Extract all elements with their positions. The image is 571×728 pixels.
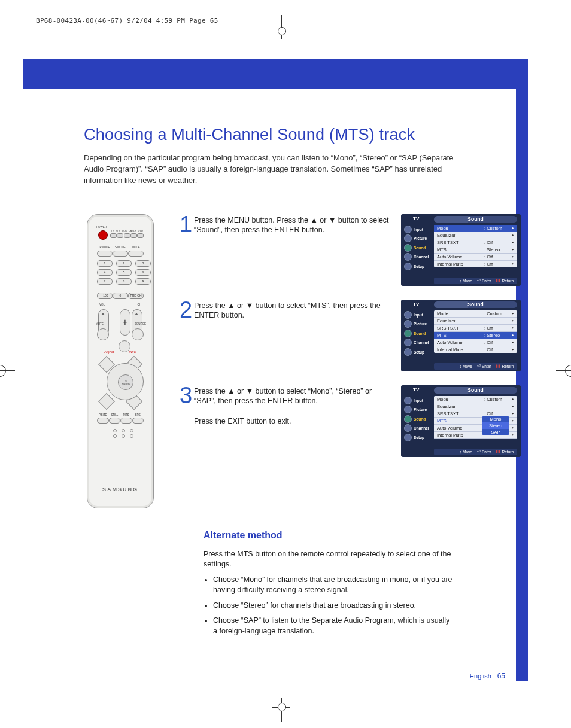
red-labels: AnynetINFO	[97, 350, 144, 354]
remote-control-illustration: POWER TVSTBVCRCABLEDVD P.MODES.MODEMODE …	[87, 214, 154, 508]
step-number: 3	[180, 385, 194, 460]
volume-channel-controls: VOLCH + MUTE SOURCE	[97, 303, 144, 345]
osd-screenshot: TVSoundInputPictureSoundChannelSetupMode…	[401, 214, 521, 286]
alternate-method-title: Alternate method	[204, 530, 455, 541]
step-3: 3Press the ▲ or ▼ button to select “Mono…	[180, 385, 521, 460]
step-number: 2	[180, 300, 194, 374]
mode-labels: P.MODES.MODEMODE	[97, 246, 144, 249]
alternate-method-lead: Press the MTS button on the remote contr…	[204, 549, 455, 570]
intro-text: Depending on the particular program bein…	[84, 153, 455, 187]
number-pad: 123 456 789	[97, 260, 144, 285]
page-title: Choosing a Multi-Channel Sound (MTS) tra…	[84, 126, 521, 144]
bullet-item: Choose “Mono” for channels that are broa…	[213, 575, 455, 596]
extra-buttons	[113, 429, 127, 438]
print-header: BP68-00423A-00(46~67) 9/2/04 4:59 PM Pag…	[36, 17, 218, 25]
bullet-item: Choose “Stereo” for channels that are br…	[213, 601, 455, 611]
page-footer: English - 65	[470, 672, 505, 680]
step-2: 2Press the ▲ or ▼ button to select “MTS”…	[180, 300, 521, 374]
power-button-icon	[98, 230, 108, 240]
dpad: ⏎ENTER	[101, 358, 140, 407]
brand-label: SAMSUNG	[92, 486, 148, 492]
bullet-item: Choose “SAP” to listen to the Separate A…	[213, 616, 455, 636]
power-label: POWER	[96, 226, 107, 229]
alternate-method-section: Alternate method Press the MTS button on…	[204, 530, 455, 637]
bottom-buttons	[97, 418, 144, 424]
number-pad-bottom: +1000PRE-CH	[97, 293, 144, 299]
step-1: 1Press the MENU button. Press the ▲ or ▼…	[180, 214, 521, 289]
header-bar	[23, 59, 520, 89]
device-selector: TVSTBVCRCABLEDVD	[110, 229, 144, 238]
step-text: Press the ▲ or ▼ button to select “MTS”,…	[194, 300, 401, 374]
osd-screenshot: TVSoundInputPictureSoundChannelSetupMode…	[401, 300, 521, 371]
bottom-labels: P.SIZESTILLMTSSRS	[97, 413, 144, 416]
step-number: 1	[180, 214, 194, 289]
mode-buttons	[97, 251, 144, 257]
crop-mark-bottom	[0, 698, 571, 722]
osd-screenshot: TVSoundInputPictureSoundChannelSetupMode…	[401, 385, 521, 457]
step-text: Press the ▲ or ▼ button to select “Mono”…	[194, 385, 401, 460]
step-text: Press the MENU button. Press the ▲ or ▼ …	[194, 214, 401, 289]
